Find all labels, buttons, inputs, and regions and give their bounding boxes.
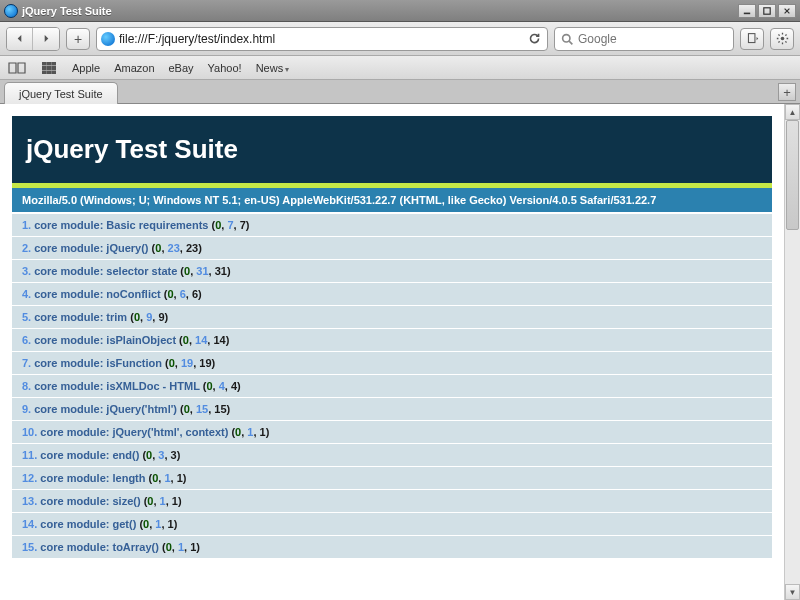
bookmark-link[interactable]: Yahoo! [208, 62, 242, 74]
page-title: jQuery Test Suite [26, 134, 758, 165]
url-input[interactable] [119, 32, 521, 46]
svg-rect-11 [42, 71, 46, 74]
reload-button[interactable] [525, 30, 543, 48]
svg-point-4 [780, 37, 784, 41]
test-row[interactable]: 12. core module: length (0, 1, 1) [12, 467, 772, 490]
svg-rect-13 [52, 71, 56, 74]
close-button[interactable] [778, 4, 796, 18]
search-bar[interactable] [554, 27, 734, 51]
svg-rect-12 [47, 71, 51, 74]
address-bar[interactable] [96, 27, 548, 51]
qunit-useragent: Mozilla/5.0 (Windows; U; Windows NT 5.1;… [12, 188, 772, 212]
test-row[interactable]: 15. core module: toArray() (0, 1, 1) [12, 536, 772, 559]
test-row[interactable]: 1. core module: Basic requirements (0, 7… [12, 214, 772, 237]
topsites-icon[interactable] [40, 61, 58, 75]
scroll-up-button[interactable]: ▲ [785, 104, 800, 120]
svg-rect-3 [748, 34, 755, 43]
search-input[interactable] [578, 32, 727, 46]
bookmark-folder[interactable]: News [256, 62, 290, 74]
minimize-button[interactable] [738, 4, 756, 18]
svg-rect-7 [52, 62, 56, 65]
test-row[interactable]: 11. core module: end() (0, 3, 3) [12, 444, 772, 467]
tab-strip: jQuery Test Suite + [0, 80, 800, 104]
test-row[interactable]: 4. core module: noConflict (0, 6, 6) [12, 283, 772, 306]
scroll-down-button[interactable]: ▼ [785, 584, 800, 600]
test-row[interactable]: 7. core module: isFunction (0, 19, 19) [12, 352, 772, 375]
test-row[interactable]: 2. core module: jQuery() (0, 23, 23) [12, 237, 772, 260]
test-row[interactable]: 5. core module: trim (0, 9, 9) [12, 306, 772, 329]
test-row[interactable]: 8. core module: isXMLDoc - HTML (0, 4, 4… [12, 375, 772, 398]
svg-rect-6 [47, 62, 51, 65]
site-icon [101, 32, 115, 46]
window-title: jQuery Test Suite [22, 5, 112, 17]
svg-rect-9 [47, 66, 51, 69]
back-button[interactable] [7, 28, 33, 50]
new-page-button[interactable] [740, 28, 764, 50]
qunit-header: jQuery Test Suite [12, 116, 772, 183]
svg-rect-8 [42, 66, 46, 69]
browser-toolbar: + [0, 22, 800, 56]
test-row[interactable]: 10. core module: jQuery('html', context)… [12, 421, 772, 444]
add-bookmark-button[interactable]: + [66, 28, 90, 50]
new-tab-button[interactable]: + [778, 83, 796, 101]
page-content: jQuery Test Suite Mozilla/5.0 (Windows; … [0, 104, 784, 600]
browser-tab[interactable]: jQuery Test Suite [4, 82, 118, 104]
bookmark-link[interactable]: Amazon [114, 62, 154, 74]
bookmark-link[interactable]: Apple [72, 62, 100, 74]
svg-point-2 [563, 35, 570, 42]
svg-rect-1 [764, 7, 770, 13]
bookmarks-bar: Apple Amazon eBay Yahoo! News [0, 56, 800, 80]
test-row[interactable]: 6. core module: isPlainObject (0, 14, 14… [12, 329, 772, 352]
settings-button[interactable] [770, 28, 794, 50]
scroll-thumb[interactable] [786, 120, 799, 230]
window-titlebar: jQuery Test Suite [0, 0, 800, 22]
test-row[interactable]: 14. core module: get() (0, 1, 1) [12, 513, 772, 536]
reading-list-icon[interactable] [8, 61, 26, 75]
svg-rect-0 [744, 12, 750, 14]
test-row[interactable]: 13. core module: size() (0, 1, 1) [12, 490, 772, 513]
bookmark-link[interactable]: eBay [169, 62, 194, 74]
svg-rect-10 [52, 66, 56, 69]
maximize-button[interactable] [758, 4, 776, 18]
forward-button[interactable] [33, 28, 59, 50]
viewport: jQuery Test Suite Mozilla/5.0 (Windows; … [0, 104, 800, 600]
search-icon [561, 32, 574, 45]
test-row[interactable]: 3. core module: selector state (0, 31, 3… [12, 260, 772, 283]
test-row[interactable]: 9. core module: jQuery('html') (0, 15, 1… [12, 398, 772, 421]
app-icon [4, 4, 18, 18]
svg-rect-5 [42, 62, 46, 65]
qunit-tests: 1. core module: Basic requirements (0, 7… [12, 214, 772, 559]
vertical-scrollbar[interactable]: ▲ ▼ [784, 104, 800, 600]
